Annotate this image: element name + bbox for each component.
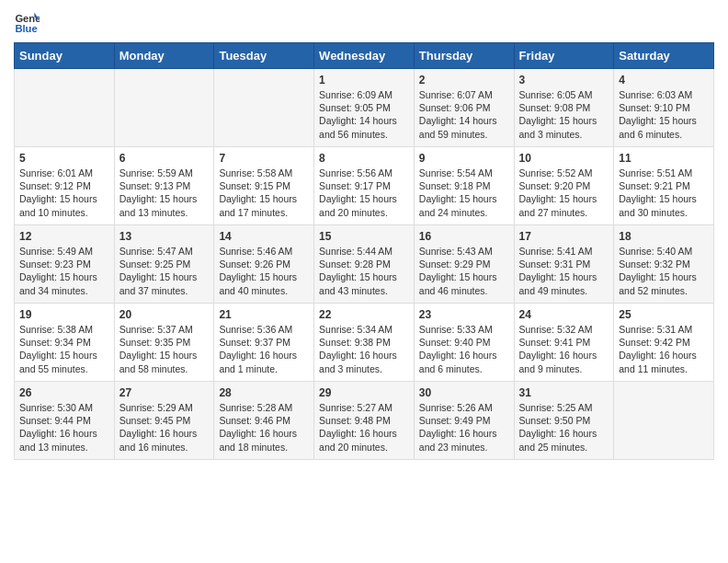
cell-line: Daylight: 15 hours <box>219 270 309 283</box>
cell-content: Sunrise: 6:03 AMSunset: 9:10 PMDaylight:… <box>619 88 709 141</box>
cell-line: Sunrise: 6:09 AM <box>319 88 409 101</box>
cell-content: Sunrise: 6:01 AMSunset: 9:12 PMDaylight:… <box>19 167 109 219</box>
cell-line: Sunrise: 5:27 AM <box>319 401 409 414</box>
page-header: General Blue <box>14 9 714 35</box>
day-number: 27 <box>119 386 210 399</box>
cell-line: Daylight: 15 hours <box>119 270 210 283</box>
day-number: 21 <box>219 308 309 321</box>
calendar-cell: 29Sunrise: 5:27 AMSunset: 9:48 PMDayligh… <box>314 382 415 460</box>
cell-line: Sunset: 9:37 PM <box>219 336 309 349</box>
day-header-tuesday: Tuesday <box>214 43 314 69</box>
day-number: 19 <box>19 308 109 321</box>
cell-line: Daylight: 16 hours <box>519 427 609 440</box>
cell-line: Sunset: 9:44 PM <box>19 414 109 427</box>
calendar-body: 1Sunrise: 6:09 AMSunset: 9:05 PMDaylight… <box>15 69 714 460</box>
day-header-monday: Monday <box>114 43 214 69</box>
calendar-cell: 28Sunrise: 5:28 AMSunset: 9:46 PMDayligh… <box>214 382 314 460</box>
day-number: 22 <box>319 308 409 321</box>
cell-line: Sunset: 9:08 PM <box>519 101 609 114</box>
cell-content: Sunrise: 5:59 AMSunset: 9:13 PMDaylight:… <box>119 167 210 219</box>
calendar-week-4: 19Sunrise: 5:38 AMSunset: 9:34 PMDayligh… <box>15 304 714 382</box>
calendar-cell: 24Sunrise: 5:32 AMSunset: 9:41 PMDayligh… <box>514 304 614 382</box>
cell-line: and 11 minutes. <box>619 362 709 375</box>
cell-line: and 37 minutes. <box>119 284 210 297</box>
cell-content: Sunrise: 5:43 AMSunset: 9:29 PMDaylight:… <box>419 245 509 297</box>
day-number: 3 <box>519 74 609 86</box>
cell-line: Daylight: 15 hours <box>119 349 210 362</box>
cell-line: and 40 minutes. <box>219 284 309 297</box>
cell-line: Sunrise: 5:49 AM <box>19 245 109 258</box>
cell-line: Sunrise: 5:36 AM <box>219 323 309 336</box>
cell-content: Sunrise: 5:49 AMSunset: 9:23 PMDaylight:… <box>19 245 109 297</box>
day-number: 7 <box>219 152 309 165</box>
cell-content: Sunrise: 6:05 AMSunset: 9:08 PMDaylight:… <box>519 88 609 141</box>
day-number: 2 <box>419 74 509 86</box>
cell-line: Daylight: 15 hours <box>619 270 709 283</box>
cell-line: Sunset: 9:38 PM <box>319 336 409 349</box>
day-number: 18 <box>619 230 709 243</box>
calendar-week-1: 1Sunrise: 6:09 AMSunset: 9:05 PMDaylight… <box>15 69 714 147</box>
cell-line: and 16 minutes. <box>119 441 210 454</box>
calendar-cell: 3Sunrise: 6:05 AMSunset: 9:08 PMDaylight… <box>514 69 614 147</box>
calendar-cell: 15Sunrise: 5:44 AMSunset: 9:28 PMDayligh… <box>314 225 415 304</box>
calendar-cell: 20Sunrise: 5:37 AMSunset: 9:35 PMDayligh… <box>114 304 214 382</box>
cell-line: and 23 minutes. <box>419 441 509 454</box>
cell-line: Daylight: 15 hours <box>119 192 210 205</box>
cell-line: and 59 minutes. <box>419 128 509 141</box>
cell-line: Daylight: 16 hours <box>219 427 309 440</box>
cell-content: Sunrise: 5:25 AMSunset: 9:50 PMDaylight:… <box>519 401 609 454</box>
cell-line: Daylight: 15 hours <box>319 270 409 283</box>
calendar-week-2: 5Sunrise: 6:01 AMSunset: 9:12 PMDaylight… <box>15 147 714 225</box>
cell-line: and 9 minutes. <box>519 362 609 375</box>
cell-line: Daylight: 14 hours <box>419 114 509 127</box>
cell-line: and 13 minutes. <box>19 441 109 454</box>
cell-line: Sunset: 9:18 PM <box>419 179 509 192</box>
calendar-cell: 4Sunrise: 6:03 AMSunset: 9:10 PMDaylight… <box>614 69 714 147</box>
cell-line: Sunrise: 5:38 AM <box>19 323 109 336</box>
cell-line: and 20 minutes. <box>319 206 409 219</box>
cell-content: Sunrise: 5:27 AMSunset: 9:48 PMDaylight:… <box>319 401 409 454</box>
cell-content: Sunrise: 5:33 AMSunset: 9:40 PMDaylight:… <box>419 323 509 375</box>
cell-line: Sunset: 9:23 PM <box>19 258 109 270</box>
cell-line: Daylight: 16 hours <box>319 349 409 362</box>
cell-line: Daylight: 15 hours <box>19 192 109 205</box>
cell-content: Sunrise: 5:56 AMSunset: 9:17 PMDaylight:… <box>319 167 409 219</box>
cell-line: and 3 minutes. <box>519 128 609 141</box>
calendar-cell: 17Sunrise: 5:41 AMSunset: 9:31 PMDayligh… <box>514 225 614 304</box>
cell-line: Sunrise: 5:46 AM <box>219 245 309 258</box>
day-number: 1 <box>319 74 409 86</box>
day-header-thursday: Thursday <box>414 43 514 69</box>
cell-content: Sunrise: 6:09 AMSunset: 9:05 PMDaylight:… <box>319 88 409 141</box>
cell-line: Daylight: 16 hours <box>419 427 509 440</box>
cell-line: Sunset: 9:06 PM <box>419 101 509 114</box>
cell-line: and 49 minutes. <box>519 284 609 297</box>
cell-line: Sunset: 9:49 PM <box>419 414 509 427</box>
day-number: 13 <box>119 230 210 243</box>
cell-line: Sunrise: 5:37 AM <box>119 323 210 336</box>
cell-line: Daylight: 16 hours <box>319 427 409 440</box>
cell-line: and 18 minutes. <box>219 441 309 454</box>
cell-line: Daylight: 15 hours <box>519 192 609 205</box>
calendar-table: SundayMondayTuesdayWednesdayThursdayFrid… <box>14 42 714 460</box>
cell-line: Sunset: 9:26 PM <box>219 258 309 270</box>
day-header-saturday: Saturday <box>614 43 714 69</box>
day-header-friday: Friday <box>514 43 614 69</box>
cell-line: Sunrise: 5:43 AM <box>419 245 509 258</box>
calendar-cell: 30Sunrise: 5:26 AMSunset: 9:49 PMDayligh… <box>414 382 514 460</box>
cell-line: Sunrise: 5:51 AM <box>619 167 709 179</box>
cell-line: Sunset: 9:13 PM <box>119 179 210 192</box>
day-number: 6 <box>119 152 210 165</box>
cell-line: Daylight: 16 hours <box>519 349 609 362</box>
cell-line: and 3 minutes. <box>319 362 409 375</box>
day-number: 25 <box>619 308 709 321</box>
cell-line: Daylight: 15 hours <box>219 192 309 205</box>
cell-line: Daylight: 14 hours <box>319 114 409 127</box>
cell-line: Daylight: 15 hours <box>419 270 509 283</box>
cell-line: Sunrise: 5:59 AM <box>119 167 210 179</box>
day-number: 17 <box>519 230 609 243</box>
day-number: 29 <box>319 386 409 399</box>
cell-line: Sunset: 9:21 PM <box>619 179 709 192</box>
calendar-cell: 22Sunrise: 5:34 AMSunset: 9:38 PMDayligh… <box>314 304 415 382</box>
day-number: 31 <box>519 386 609 399</box>
cell-line: Sunrise: 5:54 AM <box>419 167 509 179</box>
